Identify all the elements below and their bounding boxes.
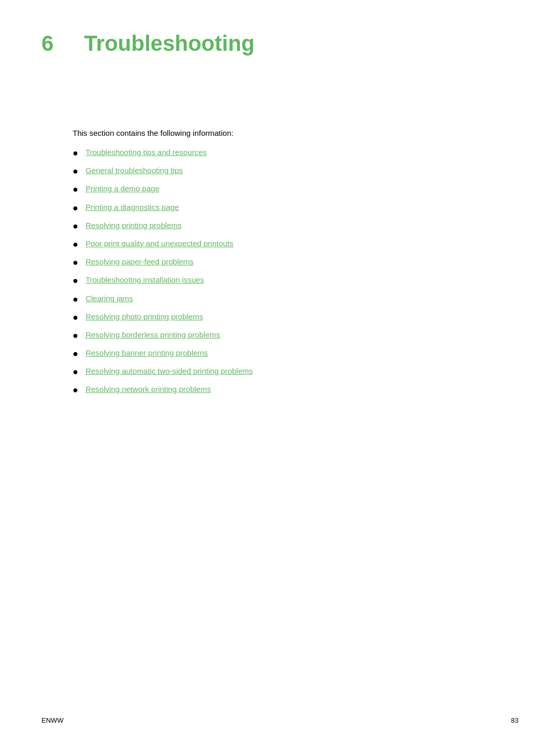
bullet-icon: ● <box>73 274 78 287</box>
toc-link-9[interactable]: Resolving photo printing problems <box>86 311 203 322</box>
toc-link-7[interactable]: Troubleshooting installation issues <box>86 274 204 285</box>
toc-link-1[interactable]: General troubleshooting tips <box>86 165 183 176</box>
toc-link-4[interactable]: Resolving printing problems <box>86 220 181 231</box>
list-item: ●Poor print quality and unexpected print… <box>73 238 519 251</box>
toc-link-6[interactable]: Resolving paper-feed problems <box>86 256 193 267</box>
page-footer: ENWW 83 <box>41 716 519 724</box>
bullet-icon: ● <box>73 183 78 196</box>
toc-link-13[interactable]: Resolving network printing problems <box>86 384 211 395</box>
chapter-title: Troubleshooting <box>84 31 255 56</box>
list-item: ●Resolving automatic two-sided printing … <box>73 366 519 378</box>
list-item: ●Printing a demo page <box>73 183 519 196</box>
bullet-icon: ● <box>73 366 78 378</box>
bullet-icon: ● <box>73 329 78 342</box>
list-item: ●Resolving banner printing problems <box>73 347 519 360</box>
toc-link-5[interactable]: Poor print quality and unexpected printo… <box>86 238 233 249</box>
list-item: ●Troubleshooting tips and resources <box>73 147 519 160</box>
bullet-icon: ● <box>73 220 78 233</box>
footer-page-number: 83 <box>511 716 519 724</box>
intro-text: This section contains the following info… <box>73 129 519 137</box>
list-item: ●Resolving printing problems <box>73 220 519 233</box>
bullet-icon: ● <box>73 384 78 397</box>
list-item: ●Resolving paper-feed problems <box>73 256 519 269</box>
toc-link-2[interactable]: Printing a demo page <box>86 183 160 194</box>
list-item: ●Resolving borderless printing problems <box>73 329 519 342</box>
toc-link-10[interactable]: Resolving borderless printing problems <box>86 329 220 340</box>
bullet-icon: ● <box>73 293 78 306</box>
toc-list: ●Troubleshooting tips and resources●Gene… <box>73 147 519 397</box>
toc-link-0[interactable]: Troubleshooting tips and resources <box>86 147 207 158</box>
list-item: ●General troubleshooting tips <box>73 165 519 178</box>
bullet-icon: ● <box>73 238 78 251</box>
bullet-icon: ● <box>73 202 78 215</box>
bullet-icon: ● <box>73 311 78 324</box>
toc-link-11[interactable]: Resolving banner printing problems <box>86 347 208 358</box>
list-item: ●Resolving photo printing problems <box>73 311 519 324</box>
list-item: ●Troubleshooting installation issues <box>73 274 519 287</box>
chapter-number: 6 <box>41 31 67 56</box>
bullet-icon: ● <box>73 165 78 178</box>
footer-left-text: ENWW <box>41 716 64 724</box>
bullet-icon: ● <box>73 147 78 160</box>
toc-link-12[interactable]: Resolving automatic two-sided printing p… <box>86 366 253 376</box>
toc-link-3[interactable]: Printing a diagnostics page <box>86 202 179 213</box>
bullet-icon: ● <box>73 256 78 269</box>
page-container: 6 Troubleshooting This section contains … <box>0 0 560 745</box>
list-item: ●Printing a diagnostics page <box>73 202 519 215</box>
bullet-icon: ● <box>73 347 78 360</box>
toc-link-8[interactable]: Clearing jams <box>86 293 133 304</box>
list-item: ●Resolving network printing problems <box>73 384 519 397</box>
chapter-header: 6 Troubleshooting <box>41 31 519 56</box>
list-item: ●Clearing jams <box>73 293 519 306</box>
